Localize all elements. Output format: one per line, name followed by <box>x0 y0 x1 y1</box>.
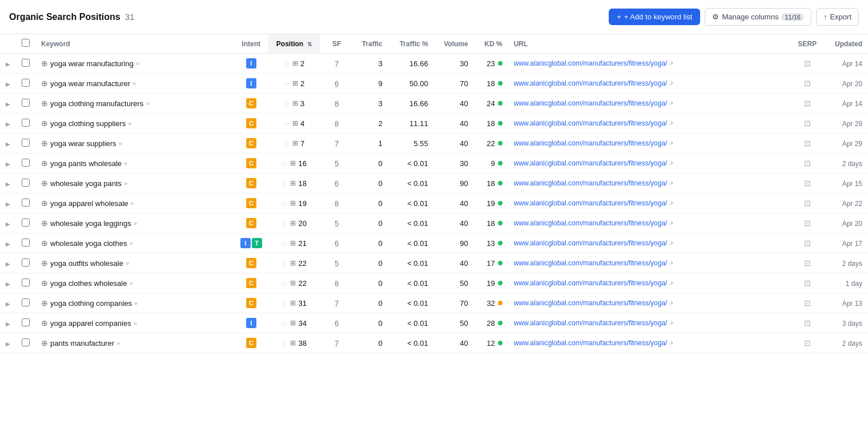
row-checkbox[interactable] <box>22 318 30 326</box>
sf-link[interactable]: 7 <box>335 139 339 148</box>
expand-button[interactable]: ▶ <box>6 61 10 67</box>
sf-link[interactable]: 8 <box>335 279 339 288</box>
row-checkbox[interactable] <box>22 259 30 267</box>
serp-snapshot-icon[interactable]: ⊡ <box>804 179 811 188</box>
keyword-link[interactable]: ⊕ yoga apparel companies » <box>41 318 228 328</box>
traffic-pct-col-header[interactable]: Traffic % <box>388 34 434 54</box>
serp-snapshot-icon[interactable]: ⊡ <box>804 298 811 308</box>
row-checkbox[interactable] <box>22 79 30 87</box>
keyword-link[interactable]: ⊕ yoga clothing suppliers » <box>41 119 228 128</box>
url-link[interactable]: www.alanicglobal.com/manufacturers/fitne… <box>514 299 787 307</box>
keyword-col-header[interactable]: Keyword <box>35 34 234 54</box>
row-checkbox[interactable] <box>22 119 30 127</box>
sf-link[interactable]: 5 <box>335 259 339 268</box>
serp-snapshot-icon[interactable]: ⊡ <box>804 79 811 88</box>
url-link[interactable]: www.alanicglobal.com/manufacturers/fitne… <box>514 59 787 67</box>
expand-button[interactable]: ▶ <box>6 261 10 267</box>
row-checkbox[interactable] <box>22 219 30 227</box>
row-checkbox[interactable] <box>22 99 30 107</box>
keyword-link[interactable]: ⊕ pants manufacturer » <box>41 338 228 348</box>
url-link[interactable]: www.alanicglobal.com/manufacturers/fitne… <box>514 279 787 287</box>
expand-button[interactable]: ▶ <box>6 161 10 167</box>
row-checkbox[interactable] <box>22 298 30 306</box>
serp-snapshot-icon[interactable]: ⊡ <box>804 259 811 268</box>
keyword-link[interactable]: ⊕ yoga wear suppliers » <box>41 139 228 148</box>
sf-link[interactable]: 5 <box>335 219 339 228</box>
serp-snapshot-icon[interactable]: ⊡ <box>804 99 811 108</box>
url-link[interactable]: www.alanicglobal.com/manufacturers/fitne… <box>514 199 787 207</box>
expand-button[interactable]: ▶ <box>6 301 10 307</box>
sf-link[interactable]: 6 <box>335 179 339 188</box>
url-link[interactable]: www.alanicglobal.com/manufacturers/fitne… <box>514 339 787 347</box>
row-checkbox[interactable] <box>22 338 30 346</box>
url-link[interactable]: www.alanicglobal.com/manufacturers/fitne… <box>514 319 787 327</box>
serp-snapshot-icon[interactable]: ⊡ <box>804 59 811 68</box>
serp-snapshot-icon[interactable]: ⊡ <box>804 318 811 328</box>
keyword-link[interactable]: ⊕ wholesale yoga clothes » <box>41 239 228 248</box>
updated-col-header[interactable]: Updated <box>822 34 868 54</box>
expand-button[interactable]: ▶ <box>6 141 10 147</box>
sf-col-header[interactable]: SF <box>320 34 354 54</box>
sf-link[interactable]: 7 <box>335 59 339 68</box>
serp-snapshot-icon[interactable]: ⊡ <box>804 119 811 128</box>
keyword-link[interactable]: ⊕ yoga outfits wholesale » <box>41 259 228 268</box>
intent-col-header[interactable]: Intent <box>234 34 268 54</box>
url-link[interactable]: www.alanicglobal.com/manufacturers/fitne… <box>514 139 787 147</box>
keyword-link[interactable]: ⊕ yoga clothing manufacturers » <box>41 99 228 108</box>
volume-col-header[interactable]: Volume <box>434 34 474 54</box>
url-link[interactable]: www.alanicglobal.com/manufacturers/fitne… <box>514 99 787 107</box>
serp-snapshot-icon[interactable]: ⊡ <box>804 219 811 228</box>
serp-snapshot-icon[interactable]: ⊡ <box>804 159 811 168</box>
keyword-link[interactable]: ⊕ wholesale yoga leggings » <box>41 219 228 228</box>
expand-button[interactable]: ▶ <box>6 201 10 207</box>
sf-link[interactable]: 6 <box>335 79 339 88</box>
sf-link[interactable]: 7 <box>335 339 339 348</box>
expand-button[interactable]: ▶ <box>6 221 10 227</box>
url-link[interactable]: www.alanicglobal.com/manufacturers/fitne… <box>514 239 787 247</box>
url-link[interactable]: www.alanicglobal.com/manufacturers/fitne… <box>514 79 787 87</box>
add-to-keyword-list-button[interactable]: + + Add to keyword list <box>609 9 700 25</box>
expand-button[interactable]: ▶ <box>6 181 10 187</box>
sf-link[interactable]: 8 <box>335 99 339 108</box>
expand-button[interactable]: ▶ <box>6 341 10 347</box>
serp-snapshot-icon[interactable]: ⊡ <box>804 239 811 248</box>
serp-snapshot-icon[interactable]: ⊡ <box>804 278 811 288</box>
url-link[interactable]: www.alanicglobal.com/manufacturers/fitne… <box>514 259 787 267</box>
url-link[interactable]: www.alanicglobal.com/manufacturers/fitne… <box>514 219 787 227</box>
url-link[interactable]: www.alanicglobal.com/manufacturers/fitne… <box>514 179 787 187</box>
row-checkbox[interactable] <box>22 59 30 67</box>
sf-link[interactable]: 7 <box>335 299 339 308</box>
keyword-link[interactable]: ⊕ wholesale yoga pants » <box>41 179 228 188</box>
sf-link[interactable]: 5 <box>335 159 339 168</box>
row-checkbox[interactable] <box>22 159 30 167</box>
manage-columns-button[interactable]: ⚙ Manage columns 11/16 <box>705 8 811 26</box>
expand-button[interactable]: ▶ <box>6 81 10 87</box>
kd-col-header[interactable]: KD % <box>474 34 508 54</box>
row-checkbox[interactable] <box>22 239 30 247</box>
keyword-link[interactable]: ⊕ yoga pants wholesale » <box>41 159 228 168</box>
expand-button[interactable]: ▶ <box>6 281 10 287</box>
serp-snapshot-icon[interactable]: ⊡ <box>804 139 811 148</box>
keyword-link[interactable]: ⊕ yoga clothes wholesale » <box>41 278 228 288</box>
row-checkbox[interactable] <box>22 179 30 187</box>
select-all-checkbox[interactable] <box>22 39 30 47</box>
position-col-header[interactable]: Position ⇅ <box>268 34 320 54</box>
row-checkbox[interactable] <box>22 278 30 286</box>
export-button[interactable]: ↑ Export <box>816 8 859 26</box>
serp-col-header[interactable]: SERP <box>792 34 822 54</box>
row-checkbox[interactable] <box>22 139 30 147</box>
expand-button[interactable]: ▶ <box>6 121 10 127</box>
keyword-link[interactable]: ⊕ yoga apparel wholesale » <box>41 199 228 208</box>
sf-link[interactable]: 6 <box>335 319 339 328</box>
sf-link[interactable]: 8 <box>335 119 339 128</box>
url-col-header[interactable]: URL <box>508 34 793 54</box>
serp-snapshot-icon[interactable]: ⊡ <box>804 338 811 348</box>
keyword-link[interactable]: ⊕ yoga wear manufacturer » <box>41 79 228 88</box>
expand-button[interactable]: ▶ <box>6 321 10 327</box>
keyword-link[interactable]: ⊕ yoga wear manufacturing » <box>41 59 228 68</box>
url-link[interactable]: www.alanicglobal.com/manufacturers/fitne… <box>514 159 787 167</box>
expand-button[interactable]: ▶ <box>6 101 10 107</box>
expand-button[interactable]: ▶ <box>6 241 10 247</box>
keyword-link[interactable]: ⊕ yoga clothing companies » <box>41 298 228 308</box>
sf-link[interactable]: 6 <box>335 239 339 248</box>
